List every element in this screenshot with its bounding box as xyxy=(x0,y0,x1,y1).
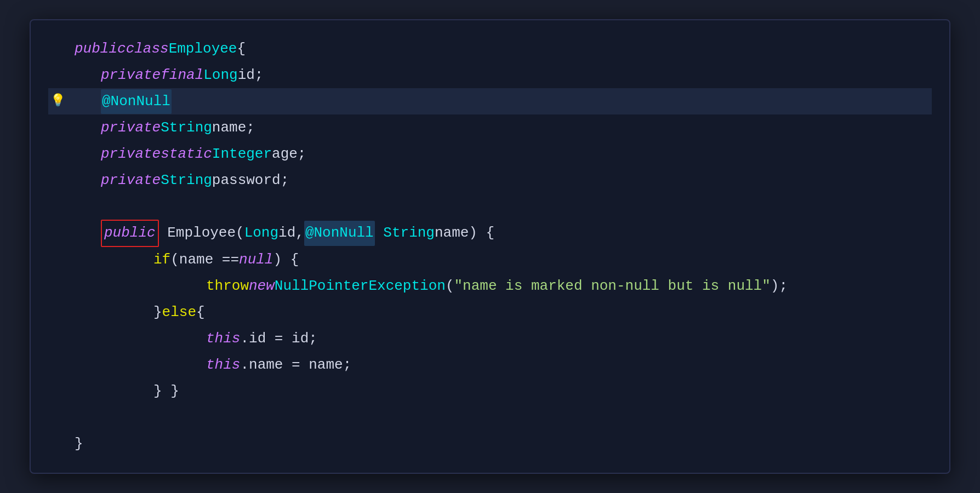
keyword-private: private xyxy=(101,63,161,88)
else-open: { xyxy=(196,300,205,325)
line-13: this .name = name; xyxy=(48,352,932,379)
keyword-if: if xyxy=(153,248,170,273)
line-1: public class Employee { xyxy=(48,36,932,62)
lightbulb-icon[interactable]: 💡 xyxy=(50,91,65,112)
type-string: String xyxy=(161,116,212,141)
keyword-class: class xyxy=(126,37,169,62)
line-8: public Employee( Long id, @NonNull Strin… xyxy=(48,220,932,247)
brace-open: { xyxy=(237,37,246,62)
closing-braces: } } xyxy=(153,379,179,404)
if-open: ) { xyxy=(273,248,299,273)
code-block: public class Employee { private final Lo… xyxy=(48,36,932,457)
annotation-nonnull-param: @NonNull xyxy=(304,221,375,246)
type-integer: Integer xyxy=(212,142,272,167)
constructor-sig: Employee( xyxy=(159,221,244,246)
keyword-private-2: private xyxy=(101,116,161,141)
string-literal: "name is marked non-null but is null" xyxy=(454,274,771,299)
var-name: name; xyxy=(212,116,255,141)
line-6: private String password; xyxy=(48,167,932,193)
keyword-this-id: this xyxy=(206,326,240,352)
line-14: } } xyxy=(48,379,932,405)
class-npe: NullPointerException xyxy=(275,274,446,299)
class-name: Employee xyxy=(169,37,237,62)
brace-close-if: } xyxy=(153,300,162,325)
line-4: private String name; xyxy=(48,114,932,141)
keyword-else: else xyxy=(162,300,196,325)
type-string-param: String xyxy=(383,221,435,246)
line-16: } xyxy=(48,431,932,457)
line-12: this .id = id; xyxy=(48,326,932,352)
keyword-private-3: private xyxy=(101,142,161,167)
keyword-static: static xyxy=(161,142,212,167)
keyword-new: new xyxy=(249,274,275,299)
var-password: password; xyxy=(212,168,289,193)
keyword-null: null xyxy=(239,248,273,273)
npe-paren-close: ); xyxy=(771,274,788,299)
type-string-2: String xyxy=(161,168,212,193)
npe-paren-open: ( xyxy=(446,274,454,299)
line-9: if (name == null ) { xyxy=(48,247,932,273)
line-blank-2 xyxy=(48,405,932,431)
keyword-private-4: private xyxy=(101,168,161,193)
keyword-public-boxed: public xyxy=(101,220,159,247)
code-window: public class Employee { private final Lo… xyxy=(30,19,950,474)
space-1 xyxy=(375,221,384,246)
var-id: id; xyxy=(238,63,264,88)
annotation-nonnull: @NonNull xyxy=(101,89,172,114)
line-2: private final Long id; xyxy=(48,62,932,88)
param-name: name) { xyxy=(435,221,494,246)
keyword-final: final xyxy=(161,63,203,88)
line-3: 💡 @NonNull xyxy=(48,88,932,114)
this-dot-name: .name = name; xyxy=(240,353,351,378)
line-blank-1 xyxy=(48,193,932,220)
type-long-param: Long xyxy=(244,221,278,246)
var-age: age; xyxy=(272,142,306,167)
if-condition: (name == xyxy=(170,248,239,273)
keyword-this-name: this xyxy=(206,353,240,378)
line-11: } else { xyxy=(48,300,932,326)
line-5: private static Integer age; xyxy=(48,141,932,167)
param-id: id, xyxy=(278,221,304,246)
line-10: throw new NullPointerException ( "name i… xyxy=(48,273,932,300)
keyword-throw: throw xyxy=(206,274,249,299)
final-brace: } xyxy=(75,432,83,457)
keyword-public-constructor: public xyxy=(104,225,156,241)
keyword-public: public xyxy=(75,37,126,62)
this-dot-id: .id = id; xyxy=(240,326,317,352)
type-long: Long xyxy=(203,63,237,88)
